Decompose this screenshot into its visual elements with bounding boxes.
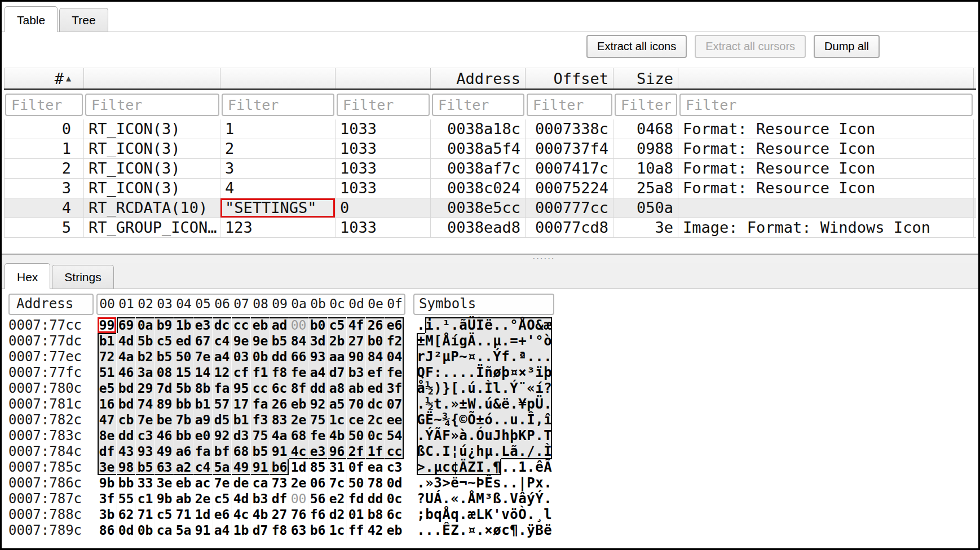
filter-input-col2[interactable] <box>222 94 334 116</box>
hex-byte[interactable]: dc <box>366 396 385 412</box>
filter-input-col6[interactable] <box>615 94 677 116</box>
symbol-char[interactable]: c <box>501 522 510 538</box>
splitter-grip-icon[interactable]: ······ <box>532 253 555 264</box>
symbol-char[interactable]: . <box>484 333 493 349</box>
symbol-char[interactable]: Á <box>434 491 442 507</box>
symbol-char[interactable]: F <box>442 428 451 443</box>
hex-byte[interactable]: 63 <box>289 522 308 538</box>
symbol-char[interactable]: q <box>434 507 442 522</box>
hex-byte[interactable]: ca <box>251 475 270 491</box>
hex-byte[interactable]: 0b <box>136 522 155 538</box>
hex-byte[interactable]: ab <box>174 491 193 507</box>
symbol-char[interactable]: ú <box>459 443 467 459</box>
hex-byte[interactable]: 91 <box>270 443 289 459</box>
hex-byte[interactable]: eb <box>289 396 308 412</box>
symbol-char[interactable]: ñ <box>484 365 493 380</box>
hex-byte[interactable]: c4 <box>213 333 232 349</box>
symbol-char[interactable]: . <box>518 522 527 538</box>
symbol-char[interactable]: æ <box>467 507 476 522</box>
symbol-char[interactable]: Å <box>442 507 451 522</box>
symbol-char[interactable]: ) <box>434 380 442 396</box>
hex-byte[interactable]: 15 <box>174 365 193 380</box>
hex-byte[interactable]: 66 <box>289 349 308 365</box>
symbol-char[interactable]: i <box>425 317 434 333</box>
hex-byte[interactable]: 3b <box>98 507 117 522</box>
hex-byte[interactable]: 57 <box>213 396 232 412</box>
symbol-char[interactable]: . <box>442 365 451 380</box>
symbol-char[interactable]: Þ <box>476 475 484 491</box>
symbol-char[interactable]: T <box>544 428 552 443</box>
symbol-char[interactable]: . <box>501 412 510 428</box>
symbol-char[interactable]: « <box>527 380 535 396</box>
hex-byte[interactable]: b6 <box>270 459 289 475</box>
hex-byte[interactable]: e6 <box>385 317 404 333</box>
hex-byte[interactable]: 00 <box>289 491 308 507</box>
hex-byte[interactable]: bd <box>117 380 136 396</box>
symbol-char[interactable]: ò <box>544 333 552 349</box>
hex-byte[interactable]: 73 <box>270 475 289 491</box>
symbol-char[interactable]: F <box>425 365 434 380</box>
symbol-char[interactable]: ë <box>484 317 493 333</box>
symbol-char[interactable]: h <box>501 428 510 443</box>
hex-byte[interactable]: 63 <box>155 459 174 475</box>
symbol-char[interactable]: ø <box>493 522 501 538</box>
hex-byte[interactable]: a9 <box>193 412 213 428</box>
hex-byte[interactable]: e0 <box>193 428 213 443</box>
table-row[interactable]: 2RT_ICON(3)310330038af7c0007417c10a8Form… <box>4 159 976 179</box>
symbol-char[interactable]: . <box>459 491 467 507</box>
symbol-char[interactable]: Ý <box>535 491 544 507</box>
symbol-char[interactable]: Å <box>518 317 527 333</box>
symbol-char[interactable]: M <box>425 333 434 349</box>
symbol-char[interactable]: â <box>518 491 527 507</box>
symbol-char[interactable]: Ä <box>459 459 467 475</box>
symbol-char[interactable]: µ <box>442 349 451 365</box>
symbol-char[interactable]: C <box>425 443 434 459</box>
tab-tree[interactable]: Tree <box>59 8 108 32</box>
hex-byte[interactable]: 67 <box>193 333 213 349</box>
symbol-char[interactable]: . <box>434 317 442 333</box>
hex-byte[interactable]: bb <box>117 475 136 491</box>
tab-table[interactable]: Table <box>5 6 58 32</box>
hex-byte[interactable]: 46 <box>117 365 136 380</box>
symbol-char[interactable]: 1 <box>518 459 527 475</box>
symbol-char[interactable]: Å <box>442 333 451 349</box>
hex-byte[interactable]: bb <box>174 428 193 443</box>
hex-byte[interactable]: bd <box>117 396 136 412</box>
hex-byte[interactable]: 70 <box>347 396 366 412</box>
hex-byte[interactable]: b3 <box>347 365 366 380</box>
symbol-char[interactable]: . <box>459 380 467 396</box>
hex-byte[interactable]: dd <box>270 349 289 365</box>
symbol-char[interactable]: | <box>518 475 527 491</box>
hex-byte[interactable]: 95 <box>232 380 251 396</box>
symbol-char[interactable]: ~ <box>434 412 442 428</box>
symbol-char[interactable]: Ì <box>484 380 493 396</box>
symbol-char[interactable]: . <box>544 396 552 412</box>
symbol-char[interactable]: Ü <box>535 396 544 412</box>
filter-input-col4[interactable] <box>432 94 524 116</box>
hex-byte[interactable]: 62 <box>117 507 136 522</box>
hex-byte[interactable]: f6 <box>308 507 328 522</box>
symbol-char[interactable]: Z <box>451 522 459 538</box>
hex-byte[interactable]: 49 <box>232 459 251 475</box>
symbol-char[interactable]: U <box>425 491 434 507</box>
hex-byte[interactable]: fd <box>347 491 366 507</box>
hex-byte[interactable]: 1c <box>328 522 347 538</box>
hex-byte[interactable]: 5b <box>136 333 155 349</box>
symbol-char[interactable]: ³ <box>484 491 493 507</box>
symbol-char[interactable]: ¨ <box>518 380 527 396</box>
symbol-char[interactable]: î <box>544 412 552 428</box>
symbol-char[interactable]: f <box>501 349 510 365</box>
symbol-char[interactable]: ß <box>417 443 425 459</box>
hex-byte[interactable]: 4b <box>251 507 270 522</box>
symbol-char[interactable]: Ä <box>467 333 476 349</box>
symbol-char[interactable]: ± <box>476 412 484 428</box>
symbol-char[interactable]: q <box>451 507 459 522</box>
hex-byte[interactable]: b2 <box>136 349 155 365</box>
hex-byte[interactable]: b5 <box>136 459 155 475</box>
hex-byte[interactable]: 68 <box>289 428 308 443</box>
symbol-char[interactable]: W <box>467 396 476 412</box>
hex-byte[interactable]: f1 <box>251 365 270 380</box>
symbol-char[interactable]: ° <box>535 333 544 349</box>
symbol-char[interactable]: ß <box>493 491 501 507</box>
hex-byte[interactable]: c4 <box>193 459 213 475</box>
